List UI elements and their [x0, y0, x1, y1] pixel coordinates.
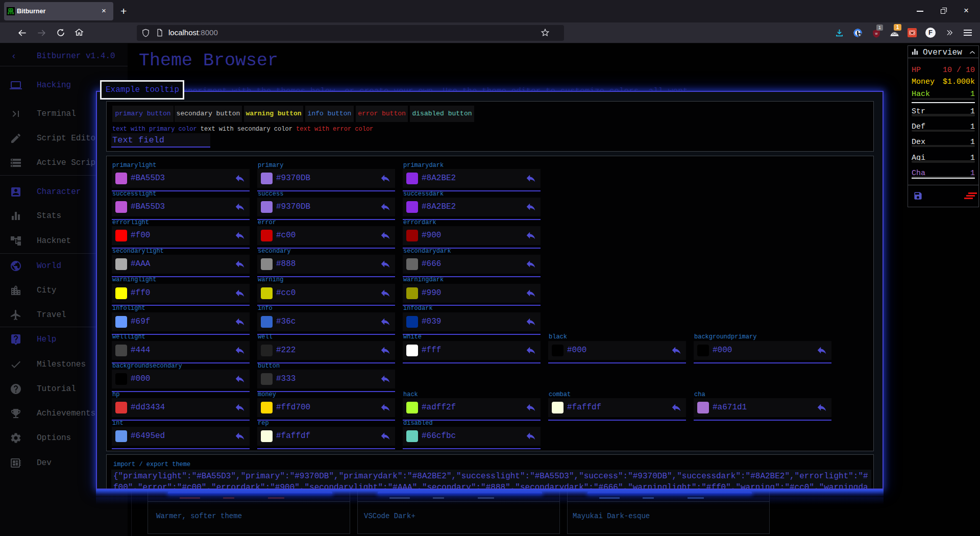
- svg-text:w: w: [875, 32, 878, 35]
